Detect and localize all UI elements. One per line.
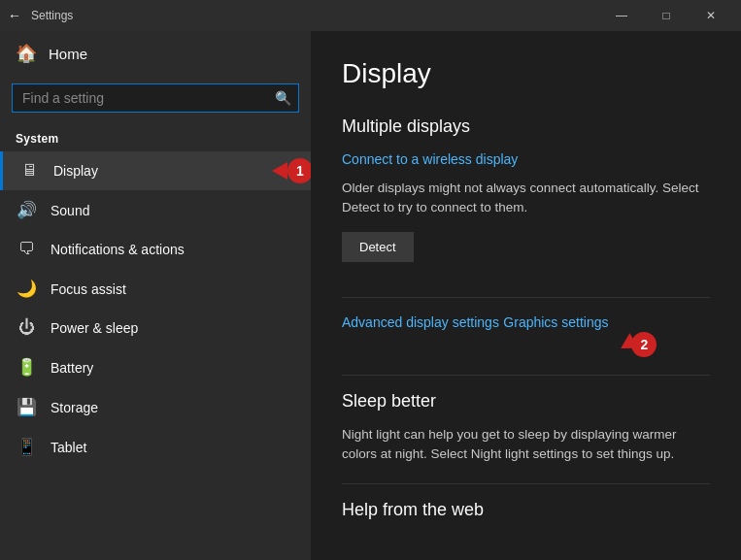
sidebar-item-notifications[interactable]: 🗨 Notifications & actions [0, 230, 311, 269]
sidebar-tablet-label: Tablet [51, 440, 86, 455]
sidebar-storage-label: Storage [51, 400, 98, 415]
sleep-section: Sleep better Night light can help you ge… [342, 391, 710, 465]
main-container: 🏠 Home 🔍 System 🖥 Display 1 🔊 Sound 🗨 [0, 31, 741, 560]
back-button[interactable]: ← [8, 8, 21, 23]
sidebar-focus-label: Focus assist [51, 281, 126, 297]
sidebar-item-focus[interactable]: 🌙 Focus assist [0, 269, 311, 309]
sidebar-notifications-label: Notifications & actions [51, 242, 185, 257]
graphics-settings-link[interactable]: Graphics settings [503, 314, 608, 330]
battery-icon: 🔋 [16, 357, 37, 378]
sleep-heading: Sleep better [342, 391, 710, 412]
annotation-2: 2 [631, 332, 657, 357]
search-box-container: 🔍 [0, 76, 311, 124]
system-section-label: System [0, 124, 311, 151]
power-icon: ⏻ [16, 318, 37, 338]
detect-button[interactable]: Detect [342, 232, 414, 262]
minimize-button[interactable]: — [599, 0, 644, 31]
sidebar-item-tablet[interactable]: 📱 Tablet [0, 427, 311, 467]
sleep-text: Night light can help you get to sleep by… [342, 425, 710, 465]
search-icon: 🔍 [275, 90, 291, 106]
page-title: Display [342, 58, 710, 89]
sidebar-home-label: Home [49, 46, 87, 62]
sidebar-item-storage[interactable]: 💾 Storage [0, 387, 311, 427]
help-section: Help from the web [342, 500, 710, 520]
sidebar-item-display[interactable]: 🖥 Display 1 [0, 151, 311, 190]
sound-icon: 🔊 [16, 200, 37, 220]
search-box-wrapper: 🔍 [12, 83, 299, 113]
focus-icon: 🌙 [16, 279, 37, 299]
notifications-icon: 🗨 [16, 240, 37, 259]
search-input[interactable] [12, 83, 299, 113]
sidebar-display-label: Display [53, 163, 98, 179]
divider-2 [342, 375, 710, 376]
display-icon: 🖥 [18, 161, 40, 181]
divider-1 [342, 297, 710, 298]
close-button[interactable]: ✕ [689, 0, 733, 31]
titlebar-title: Settings [31, 9, 599, 22]
sidebar: 🏠 Home 🔍 System 🖥 Display 1 🔊 Sound 🗨 [0, 31, 311, 560]
storage-icon: 💾 [16, 397, 37, 417]
home-icon: 🏠 [16, 43, 37, 64]
sidebar-home-item[interactable]: 🏠 Home [0, 31, 311, 76]
tablet-icon: 📱 [16, 437, 37, 457]
sidebar-sound-label: Sound [51, 203, 89, 218]
titlebar: ← Settings — □ ✕ [0, 0, 741, 31]
annotation-1: 1 [287, 158, 311, 183]
window-controls: — □ ✕ [599, 0, 733, 31]
multiple-displays-heading: Multiple displays [342, 116, 710, 137]
divider-3 [342, 483, 710, 484]
sidebar-battery-label: Battery [51, 360, 93, 376]
maximize-button[interactable]: □ [644, 0, 689, 31]
sidebar-item-sound[interactable]: 🔊 Sound [0, 190, 311, 230]
sidebar-item-battery[interactable]: 🔋 Battery [0, 347, 311, 387]
advanced-display-link[interactable]: Advanced display settings [342, 314, 499, 330]
connect-wireless-link[interactable]: Connect to a wireless display [342, 151, 518, 167]
sidebar-item-power[interactable]: ⏻ Power & sleep [0, 309, 311, 347]
help-heading: Help from the web [342, 500, 710, 520]
older-displays-text: Older displays might not always connect … [342, 179, 710, 218]
sidebar-power-label: Power & sleep [51, 320, 138, 336]
content-area: Display Multiple displays Connect to a w… [311, 31, 741, 560]
graphics-link-wrapper: Graphics settings 2 [503, 314, 608, 359]
